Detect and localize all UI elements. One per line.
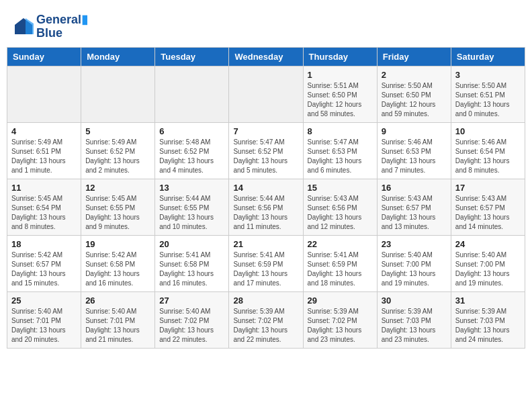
day-cell (229, 66, 303, 122)
day-cell (7, 66, 81, 122)
day-number: 25 (11, 295, 77, 306)
calendar-header: SundayMondayTuesdayWednesdayThursdayFrid… (7, 47, 525, 66)
day-number: 12 (85, 183, 150, 193)
day-cell: 22Sunrise: 5:41 AM Sunset: 6:59 PM Dayli… (303, 235, 377, 291)
day-number: 5 (85, 126, 150, 136)
day-number: 3 (455, 70, 521, 80)
day-cell: 6Sunrise: 5:48 AM Sunset: 6:52 PM Daylig… (155, 122, 229, 179)
day-info: Sunrise: 5:40 AM Sunset: 7:01 PM Dayligh… (85, 307, 150, 345)
week-row-5: 25Sunrise: 5:40 AM Sunset: 7:01 PM Dayli… (7, 291, 525, 348)
day-number: 4 (11, 126, 77, 136)
day-number: 31 (455, 295, 521, 306)
day-cell: 15Sunrise: 5:43 AM Sunset: 6:56 PM Dayli… (303, 179, 377, 235)
day-info: Sunrise: 5:39 AM Sunset: 7:03 PM Dayligh… (455, 307, 521, 345)
day-info: Sunrise: 5:49 AM Sunset: 6:52 PM Dayligh… (85, 138, 150, 175)
day-info: Sunrise: 5:43 AM Sunset: 6:57 PM Dayligh… (382, 194, 447, 232)
page-header: General▮ Blue (7, 7, 525, 44)
day-number: 11 (11, 183, 77, 193)
weekday-header-monday: Monday (81, 47, 155, 66)
day-number: 23 (382, 239, 447, 249)
day-cell: 7Sunrise: 5:47 AM Sunset: 6:52 PM Daylig… (229, 122, 303, 179)
day-info: Sunrise: 5:42 AM Sunset: 6:58 PM Dayligh… (85, 250, 150, 288)
day-cell: 19Sunrise: 5:42 AM Sunset: 6:58 PM Dayli… (81, 235, 155, 291)
day-cell: 25Sunrise: 5:40 AM Sunset: 7:01 PM Dayli… (7, 291, 81, 348)
weekday-header-wednesday: Wednesday (229, 47, 303, 66)
logo: General▮ Blue (13, 13, 88, 40)
day-number: 10 (455, 126, 521, 136)
day-info: Sunrise: 5:40 AM Sunset: 7:00 PM Dayligh… (382, 250, 447, 288)
day-number: 6 (159, 126, 224, 136)
day-info: Sunrise: 5:49 AM Sunset: 6:51 PM Dayligh… (11, 138, 77, 175)
day-info: Sunrise: 5:50 AM Sunset: 6:51 PM Dayligh… (455, 81, 521, 119)
day-info: Sunrise: 5:41 AM Sunset: 6:59 PM Dayligh… (233, 250, 298, 288)
day-cell: 26Sunrise: 5:40 AM Sunset: 7:01 PM Dayli… (81, 291, 155, 348)
day-info: Sunrise: 5:47 AM Sunset: 6:52 PM Dayligh… (233, 138, 298, 175)
week-row-3: 11Sunrise: 5:45 AM Sunset: 6:54 PM Dayli… (7, 179, 525, 235)
day-cell: 4Sunrise: 5:49 AM Sunset: 6:51 PM Daylig… (7, 122, 81, 179)
weekday-header-saturday: Saturday (451, 47, 525, 66)
day-info: Sunrise: 5:39 AM Sunset: 7:03 PM Dayligh… (382, 307, 447, 345)
day-info: Sunrise: 5:45 AM Sunset: 6:54 PM Dayligh… (11, 194, 77, 232)
day-info: Sunrise: 5:50 AM Sunset: 6:50 PM Dayligh… (382, 81, 447, 119)
day-cell: 23Sunrise: 5:40 AM Sunset: 7:00 PM Dayli… (377, 235, 451, 291)
week-row-1: 1Sunrise: 5:51 AM Sunset: 6:50 PM Daylig… (7, 66, 525, 122)
calendar-body: 1Sunrise: 5:51 AM Sunset: 6:50 PM Daylig… (7, 66, 525, 348)
day-info: Sunrise: 5:39 AM Sunset: 7:02 PM Dayligh… (233, 307, 298, 345)
weekday-header-tuesday: Tuesday (155, 47, 229, 66)
day-number: 19 (85, 239, 150, 249)
day-number: 16 (382, 183, 447, 193)
day-number: 7 (233, 126, 298, 136)
day-cell: 20Sunrise: 5:41 AM Sunset: 6:58 PM Dayli… (155, 235, 229, 291)
day-number: 13 (159, 183, 224, 193)
day-cell: 28Sunrise: 5:39 AM Sunset: 7:02 PM Dayli… (229, 291, 303, 348)
day-cell: 12Sunrise: 5:45 AM Sunset: 6:55 PM Dayli… (81, 179, 155, 235)
day-info: Sunrise: 5:44 AM Sunset: 6:55 PM Dayligh… (159, 194, 224, 232)
day-cell: 17Sunrise: 5:43 AM Sunset: 6:57 PM Dayli… (451, 179, 525, 235)
day-info: Sunrise: 5:41 AM Sunset: 6:59 PM Dayligh… (308, 250, 373, 288)
day-cell: 30Sunrise: 5:39 AM Sunset: 7:03 PM Dayli… (377, 291, 451, 348)
day-number: 15 (308, 183, 373, 193)
day-info: Sunrise: 5:46 AM Sunset: 6:53 PM Dayligh… (382, 138, 447, 175)
day-cell: 31Sunrise: 5:39 AM Sunset: 7:03 PM Dayli… (451, 291, 525, 348)
day-info: Sunrise: 5:43 AM Sunset: 6:57 PM Dayligh… (455, 194, 521, 232)
svg-marker-1 (26, 18, 34, 34)
weekday-header-sunday: Sunday (7, 47, 81, 66)
week-row-4: 18Sunrise: 5:42 AM Sunset: 6:57 PM Dayli… (7, 235, 525, 291)
day-info: Sunrise: 5:51 AM Sunset: 6:50 PM Dayligh… (308, 81, 373, 119)
day-number: 9 (382, 126, 447, 136)
day-number: 24 (455, 239, 521, 249)
week-row-2: 4Sunrise: 5:49 AM Sunset: 6:51 PM Daylig… (7, 122, 525, 179)
logo-text: General▮ Blue (36, 13, 88, 40)
day-info: Sunrise: 5:40 AM Sunset: 7:00 PM Dayligh… (455, 250, 521, 288)
day-cell (81, 66, 155, 122)
day-cell: 3Sunrise: 5:50 AM Sunset: 6:51 PM Daylig… (451, 66, 525, 122)
day-number: 27 (159, 295, 224, 306)
day-cell: 18Sunrise: 5:42 AM Sunset: 6:57 PM Dayli… (7, 235, 81, 291)
day-number: 2 (382, 70, 447, 80)
weekday-header-thursday: Thursday (303, 47, 377, 66)
day-cell: 9Sunrise: 5:46 AM Sunset: 6:53 PM Daylig… (377, 122, 451, 179)
day-number: 22 (308, 239, 373, 249)
day-info: Sunrise: 5:43 AM Sunset: 6:56 PM Dayligh… (308, 194, 373, 232)
day-number: 14 (233, 183, 298, 193)
weekday-header-friday: Friday (377, 47, 451, 66)
day-info: Sunrise: 5:40 AM Sunset: 7:02 PM Dayligh… (159, 307, 224, 345)
day-cell: 1Sunrise: 5:51 AM Sunset: 6:50 PM Daylig… (303, 66, 377, 122)
day-cell: 29Sunrise: 5:39 AM Sunset: 7:02 PM Dayli… (303, 291, 377, 348)
day-cell: 14Sunrise: 5:44 AM Sunset: 6:56 PM Dayli… (229, 179, 303, 235)
day-cell: 13Sunrise: 5:44 AM Sunset: 6:55 PM Dayli… (155, 179, 229, 235)
day-number: 18 (11, 239, 77, 249)
day-number: 20 (159, 239, 224, 249)
logo-icon (13, 17, 34, 37)
day-cell: 11Sunrise: 5:45 AM Sunset: 6:54 PM Dayli… (7, 179, 81, 235)
day-info: Sunrise: 5:48 AM Sunset: 6:52 PM Dayligh… (159, 138, 224, 175)
day-cell: 8Sunrise: 5:47 AM Sunset: 6:53 PM Daylig… (303, 122, 377, 179)
day-cell: 27Sunrise: 5:40 AM Sunset: 7:02 PM Dayli… (155, 291, 229, 348)
weekday-row: SundayMondayTuesdayWednesdayThursdayFrid… (7, 47, 525, 66)
day-cell: 24Sunrise: 5:40 AM Sunset: 7:00 PM Dayli… (451, 235, 525, 291)
day-number: 29 (308, 295, 373, 306)
day-info: Sunrise: 5:41 AM Sunset: 6:58 PM Dayligh… (159, 250, 224, 288)
day-cell: 10Sunrise: 5:46 AM Sunset: 6:54 PM Dayli… (451, 122, 525, 179)
day-number: 17 (455, 183, 521, 193)
day-info: Sunrise: 5:44 AM Sunset: 6:56 PM Dayligh… (233, 194, 298, 232)
